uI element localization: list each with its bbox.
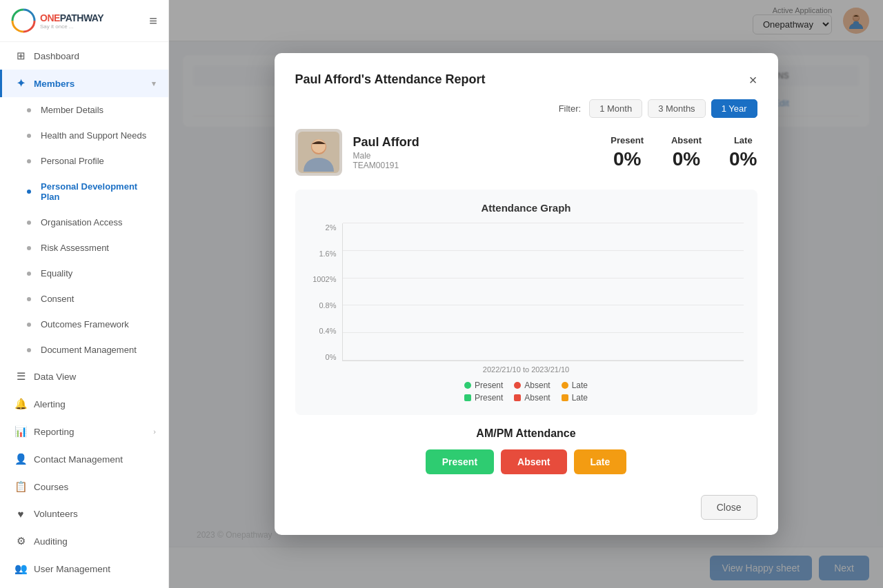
filter-3months[interactable]: 3 Months xyxy=(648,99,705,118)
sidebar-item-personal-profile[interactable]: Personal Profile xyxy=(0,148,168,174)
sidebar-item-dashboard[interactable]: ⊞ Dashboard xyxy=(0,42,168,70)
chart-legend-dots: Present Absent Late xyxy=(309,381,744,390)
sidebar-item-courses[interactable]: 📋 Courses xyxy=(0,473,168,500)
ampm-present-button[interactable]: Present xyxy=(426,449,494,474)
legend-late-sq: Late xyxy=(562,393,588,403)
logo-tagline: Say it once ... xyxy=(40,23,103,30)
sidebar-item-label: Personal Development Plan xyxy=(41,181,156,202)
sidebar-logo: ONEPATHWAY Say it once ... ≡ xyxy=(0,0,168,42)
member-id: TEAM00191 xyxy=(353,161,600,170)
sidebar-item-user-management[interactable]: 👥 User Management xyxy=(0,555,168,582)
modal-close-btn[interactable]: Close xyxy=(701,495,757,520)
sidebar-item-label: Courses xyxy=(34,482,68,492)
dot-icon xyxy=(27,159,31,163)
legend-absent-dot: Absent xyxy=(514,381,550,390)
sidebar-item-volunteers[interactable]: ♥ Volunteers xyxy=(0,500,168,527)
stats-row: Present 0% Absent 0% Late 0% xyxy=(611,135,757,170)
sidebar-item-member-details[interactable]: Member Details xyxy=(0,97,168,123)
absent-square xyxy=(514,394,521,401)
chevron-down-icon: ▾ xyxy=(152,79,156,88)
legend-present-label: Present xyxy=(475,381,503,390)
dot-icon xyxy=(27,348,31,352)
sidebar-item-equality[interactable]: Equality xyxy=(0,261,168,286)
filter-1year[interactable]: 1 Year xyxy=(711,99,757,118)
ampm-absent-button[interactable]: Absent xyxy=(501,449,566,474)
sidebar-item-label: User Management xyxy=(34,564,110,574)
chart-legend-squares: Present Absent Late xyxy=(309,393,744,403)
absent-label: Absent xyxy=(671,135,702,145)
dot-icon xyxy=(27,134,31,138)
sidebar-item-alerting[interactable]: 🔔 Alerting xyxy=(0,390,168,418)
modal-footer: Close xyxy=(295,487,757,520)
sidebar-item-contact-management[interactable]: 👤 Contact Management xyxy=(0,445,168,473)
legend-late-label: Late xyxy=(572,381,588,390)
sidebar-item-personal-dev-plan[interactable]: Personal Development Plan xyxy=(0,174,168,210)
legend-absent-label: Absent xyxy=(524,381,550,390)
sidebar-item-label: Consent xyxy=(41,294,74,304)
modal-header: Paul Afford's Attendance Report × xyxy=(295,72,757,87)
legend-present-sq-label: Present xyxy=(475,393,503,403)
dot-icon xyxy=(27,297,31,301)
alerting-icon: 🔔 xyxy=(14,398,27,410)
members-icon: ✦ xyxy=(14,77,27,90)
legend-late-sq-label: Late xyxy=(572,393,588,403)
sidebar-item-outcomes-framework[interactable]: Outcomes Framework xyxy=(0,312,168,337)
chart-area xyxy=(342,223,744,361)
legend-absent-sq-label: Absent xyxy=(524,393,550,403)
legend-late-dot: Late xyxy=(562,381,588,390)
sidebar-item-document-management[interactable]: Document Management xyxy=(0,337,168,363)
sidebar-item-label: Organisation Access xyxy=(41,217,123,227)
sidebar-item-label: Member Details xyxy=(41,105,103,115)
member-gender: Male xyxy=(353,151,600,161)
chart-date-label: 2022/21/10 to 2023/21/10 xyxy=(309,365,744,374)
modal-close-button[interactable]: × xyxy=(749,73,757,87)
present-value: 0% xyxy=(611,148,644,170)
data-view-icon: ☰ xyxy=(14,370,27,383)
sidebar-item-label: Alerting xyxy=(34,399,66,409)
sidebar-item-auditing[interactable]: ⚙ Auditing xyxy=(0,527,168,555)
sidebar-item-label: Data View xyxy=(34,372,76,382)
member-info: Paul Afford Male TEAM00191 xyxy=(353,135,600,170)
filter-row: Filter: 1 Month 3 Months 1 Year xyxy=(295,99,757,118)
volunteers-icon: ♥ xyxy=(14,508,27,520)
chart-container: 0% 0.4% 0.8% 1002% 1.6% 2% xyxy=(309,223,744,361)
filter-label: Filter: xyxy=(559,103,582,114)
reporting-icon: 📊 xyxy=(14,425,27,438)
sidebar-item-members[interactable]: ✦ Members ▾ xyxy=(0,70,168,97)
sidebar-item-label: Auditing xyxy=(34,536,68,547)
contact-icon: 👤 xyxy=(14,453,27,465)
ampm-title: AM/PM Attendance xyxy=(295,427,757,440)
dot-icon xyxy=(27,323,31,327)
sidebar-item-risk-assessment[interactable]: Risk Assessment xyxy=(0,235,168,261)
sidebar-item-label: Personal Profile xyxy=(41,156,104,166)
ampm-late-button[interactable]: Late xyxy=(574,449,627,474)
y-label-5: 2% xyxy=(309,223,337,232)
sidebar-item-label: Risk Assessment xyxy=(41,243,109,253)
auditing-icon: ⚙ xyxy=(14,535,27,547)
filter-1month[interactable]: 1 Month xyxy=(589,99,642,118)
sidebar-item-reporting[interactable]: 📊 Reporting › xyxy=(0,418,168,445)
legend-present-dot: Present xyxy=(464,381,503,390)
sidebar-item-label: Contact Management xyxy=(34,454,123,465)
y-label-3: 1002% xyxy=(309,275,337,283)
sidebar: ONEPATHWAY Say it once ... ≡ ⊞ Dashboard… xyxy=(0,0,169,588)
sidebar-item-consent[interactable]: Consent xyxy=(0,286,168,312)
y-label-2: 0.8% xyxy=(309,301,337,310)
late-square xyxy=(562,394,568,401)
late-label: Late xyxy=(729,135,757,145)
late-dot xyxy=(562,382,568,389)
sidebar-item-label: Members xyxy=(34,79,75,89)
dashboard-icon: ⊞ xyxy=(14,50,27,62)
stat-late: Late 0% xyxy=(729,135,757,170)
late-value: 0% xyxy=(729,148,757,170)
main-content: Active Application Onepathway COMPLETED xyxy=(169,0,883,588)
dot-icon xyxy=(27,221,31,225)
sidebar-item-data-view[interactable]: ☰ Data View xyxy=(0,363,168,390)
dot-icon xyxy=(27,246,31,250)
user-management-icon: 👥 xyxy=(14,562,27,575)
hamburger-button[interactable]: ≡ xyxy=(149,13,157,29)
sidebar-item-health-support[interactable]: Health and Support Needs xyxy=(0,123,168,148)
sidebar-item-org-access[interactable]: Organisation Access xyxy=(0,210,168,235)
ampm-buttons: Present Absent Late xyxy=(295,449,757,474)
y-label-1: 0.4% xyxy=(309,327,337,335)
